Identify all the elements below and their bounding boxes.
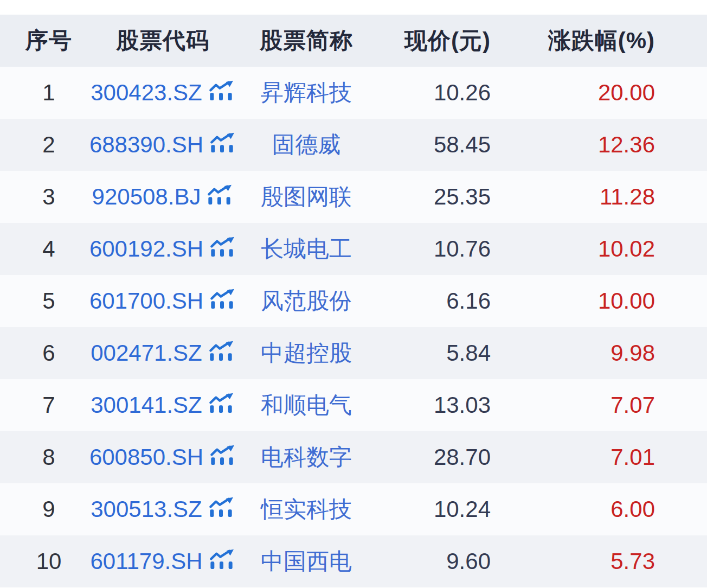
stock-code-link[interactable]: 300513.SZ — [91, 496, 202, 522]
table-row: 1 300423.SZ 昇辉科技 — [0, 67, 707, 119]
row-index: 6 — [0, 327, 81, 379]
change-cell: 11.28 — [504, 171, 707, 223]
col-header-price: 现价(元) — [369, 15, 504, 67]
row-index: 4 — [0, 223, 81, 275]
trending-up-icon[interactable] — [209, 444, 236, 467]
row-index: 3 — [0, 171, 81, 223]
stock-code-link[interactable]: 601700.SH — [89, 288, 203, 314]
stock-code-cell: 300513.SZ — [81, 483, 244, 535]
stock-name-link[interactable]: 恒实科技 — [261, 496, 352, 522]
stock-name-cell: 恒实科技 — [244, 483, 369, 535]
col-header-name: 股票简称 — [244, 15, 369, 67]
stock-name-link[interactable]: 中超控股 — [261, 340, 352, 366]
change-cell: 7.01 — [504, 431, 707, 483]
col-header-index: 序号 — [0, 15, 81, 67]
price-cell: 10.24 — [369, 483, 504, 535]
stock-name-cell: 长城电工 — [244, 223, 369, 275]
row-index: 7 — [0, 379, 81, 431]
change-cell: 6.00 — [504, 483, 707, 535]
stock-name-cell: 固德威 — [244, 119, 369, 171]
stock-name-cell: 中国西电 — [244, 535, 369, 587]
table-row: 3 920508.BJ 殷图网联 — [0, 171, 707, 223]
stock-code-link[interactable]: 600192.SH — [89, 236, 203, 262]
price-cell: 13.03 — [369, 379, 504, 431]
price-cell: 9.60 — [369, 535, 504, 587]
stock-code-link[interactable]: 601179.SH — [90, 548, 202, 574]
col-header-change: 涨跌幅(%) — [504, 15, 707, 67]
stock-code-cell: 300141.SZ — [81, 379, 244, 431]
stock-name-cell: 昇辉科技 — [244, 67, 369, 119]
stock-code-link[interactable]: 688390.SH — [89, 132, 203, 158]
stock-name-cell: 中超控股 — [244, 327, 369, 379]
stock-name-cell: 电科数字 — [244, 431, 369, 483]
trending-up-icon[interactable] — [208, 496, 235, 519]
table-row: 10 601179.SH 中国西电 — [0, 535, 707, 587]
stock-code-link[interactable]: 920508.BJ — [92, 184, 201, 210]
trending-up-icon[interactable] — [208, 340, 235, 363]
table-row: 9 300513.SZ 恒实科技 — [0, 483, 707, 535]
stock-code-cell: 601179.SH — [81, 535, 244, 587]
stock-code-cell: 002471.SZ — [81, 327, 244, 379]
change-cell: 10.00 — [504, 275, 707, 327]
stock-code-link[interactable]: 600850.SH — [89, 444, 203, 470]
stock-code-cell: 300423.SZ — [81, 67, 244, 119]
price-cell: 5.84 — [369, 327, 504, 379]
trending-up-icon[interactable] — [206, 184, 233, 207]
row-index: 9 — [0, 483, 81, 535]
stock-gainers-page: 序号 股票代码 股票简称 现价(元) 涨跌幅(%) 1 300423.SZ — [0, 0, 707, 588]
top-margin — [0, 0, 707, 15]
stock-code-cell: 600850.SH — [81, 431, 244, 483]
stock-code-link[interactable]: 300423.SZ — [91, 80, 202, 106]
change-cell: 20.00 — [504, 67, 707, 119]
change-cell: 7.07 — [504, 379, 707, 431]
stock-name-cell: 殷图网联 — [244, 171, 369, 223]
change-cell: 12.36 — [504, 119, 707, 171]
stock-gainers-table: 序号 股票代码 股票简称 现价(元) 涨跌幅(%) 1 300423.SZ — [0, 15, 707, 587]
stock-code-link[interactable]: 300141.SZ — [91, 392, 202, 418]
stock-name-link[interactable]: 昇辉科技 — [261, 80, 352, 105]
price-cell: 58.45 — [369, 119, 504, 171]
stock-name-cell: 和顺电气 — [244, 379, 369, 431]
stock-code-cell: 920508.BJ — [81, 171, 244, 223]
stock-name-link[interactable]: 风范股份 — [261, 288, 352, 314]
table-row: 7 300141.SZ 和顺电气 — [0, 379, 707, 431]
stock-name-cell: 风范股份 — [244, 275, 369, 327]
table-row: 6 002471.SZ 中超控股 — [0, 327, 707, 379]
table-row: 4 600192.SH 长城电工 — [0, 223, 707, 275]
price-cell: 28.70 — [369, 431, 504, 483]
stock-code-cell: 601700.SH — [81, 275, 244, 327]
price-cell: 10.76 — [369, 223, 504, 275]
trending-up-icon[interactable] — [208, 392, 235, 415]
stock-name-link[interactable]: 中国西电 — [261, 548, 352, 574]
stock-code-link[interactable]: 002471.SZ — [91, 340, 202, 366]
table-row: 8 600850.SH 电科数字 — [0, 431, 707, 483]
price-cell: 6.16 — [369, 275, 504, 327]
price-cell: 25.35 — [369, 171, 504, 223]
change-cell: 5.73 — [504, 535, 707, 587]
row-index: 8 — [0, 431, 81, 483]
table-header-row: 序号 股票代码 股票简称 现价(元) 涨跌幅(%) — [0, 15, 707, 67]
table-row: 2 688390.SH 固德威 — [0, 119, 707, 171]
stock-name-link[interactable]: 电科数字 — [261, 444, 352, 470]
row-index: 1 — [0, 67, 81, 119]
table-row: 5 601700.SH 风范股份 — [0, 275, 707, 327]
trending-up-icon[interactable] — [209, 288, 236, 311]
trending-up-icon[interactable] — [209, 236, 236, 259]
change-cell: 9.98 — [504, 327, 707, 379]
stock-name-link[interactable]: 和顺电气 — [261, 392, 352, 418]
row-index: 2 — [0, 119, 81, 171]
stock-name-link[interactable]: 殷图网联 — [261, 184, 352, 209]
row-index: 5 — [0, 275, 81, 327]
col-header-code: 股票代码 — [81, 15, 244, 67]
trending-up-icon[interactable] — [208, 548, 235, 571]
trending-up-icon[interactable] — [209, 132, 236, 155]
stock-name-link[interactable]: 长城电工 — [261, 236, 352, 261]
trending-up-icon[interactable] — [208, 80, 235, 103]
row-index: 10 — [0, 535, 81, 587]
stock-code-cell: 688390.SH — [81, 119, 244, 171]
stock-name-link[interactable]: 固德威 — [272, 132, 340, 157]
price-cell: 10.26 — [369, 67, 504, 119]
stock-code-cell: 600192.SH — [81, 223, 244, 275]
change-cell: 10.02 — [504, 223, 707, 275]
